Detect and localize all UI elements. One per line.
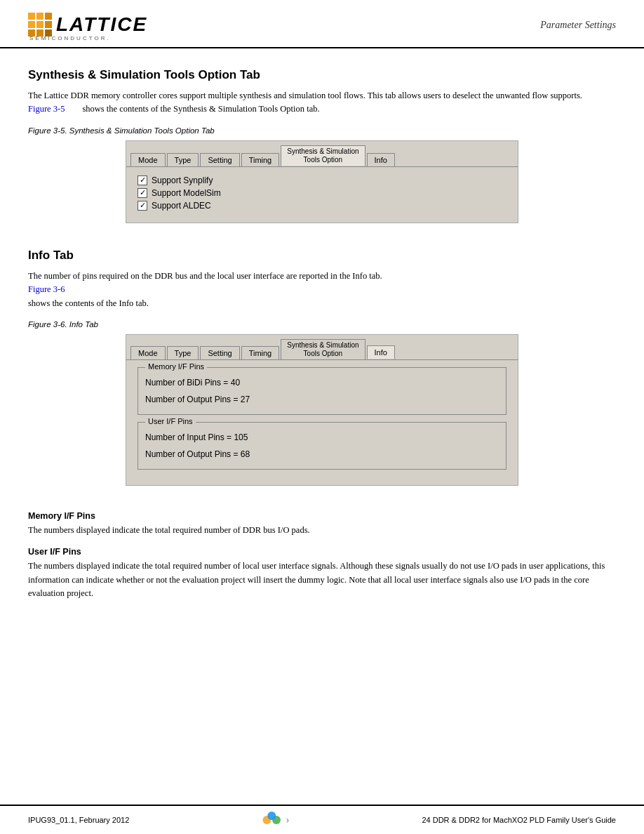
figure-3-6-caption: Figure 3-6. Info Tab bbox=[28, 320, 616, 329]
tab-type-2[interactable]: Type bbox=[167, 346, 199, 359]
page-header: LATTICE SEMICONDUCTOR. Parameter Setting… bbox=[0, 0, 644, 48]
memory-output-pins-text: Number of Output Pins = 27 bbox=[145, 395, 499, 404]
tab-setting-1[interactable]: Setting bbox=[200, 153, 239, 166]
checkbox-aldec-label: Support ALDEC bbox=[152, 201, 211, 211]
logo-container: LATTICE SEMICONDUCTOR. bbox=[28, 13, 147, 41]
figure-3-5: Mode Type Setting Timing Synthesis & Sim… bbox=[28, 140, 616, 237]
user-if-pins-group: User I/F Pins Number of Input Pins = 105… bbox=[137, 422, 507, 470]
figure-3-6-link[interactable]: Figure 3-6 bbox=[28, 284, 65, 294]
figure-3-5-link[interactable]: Figure 3-5 bbox=[28, 104, 65, 114]
checkbox-aldec-box[interactable]: ✓ bbox=[137, 201, 147, 211]
tab-info-1[interactable]: Info bbox=[367, 153, 395, 166]
tab-timing-1[interactable]: Timing bbox=[241, 153, 280, 166]
checkbox-synplify-box[interactable]: ✓ bbox=[137, 176, 147, 185]
section2-body: The number of pins required on the DDR b… bbox=[28, 270, 616, 310]
checkbox-synplify: ✓ Support Synplify bbox=[137, 176, 507, 185]
section1-heading: Synthesis & Simulation Tools Option Tab bbox=[28, 68, 616, 82]
section1-body: The Lattice DDR memory controller cores … bbox=[28, 89, 616, 117]
logo-grid-icon bbox=[28, 13, 52, 37]
section2-heading: Info Tab bbox=[28, 249, 616, 263]
header-title: Parameter Settings bbox=[540, 13, 616, 31]
tab-content-1: ✓ Support Synplify ✓ Support ModelSim ✓ … bbox=[126, 166, 518, 223]
tab-interface-2: Mode Type Setting Timing Synthesis & Sim… bbox=[126, 334, 518, 486]
input-pins-text: Number of Input Pins = 105 bbox=[145, 432, 499, 442]
tab-mode-2[interactable]: Mode bbox=[130, 346, 166, 359]
checkbox-synplify-label: Support Synplify bbox=[152, 176, 213, 185]
user-if-subsection-body: The numbers displayed indicate the total… bbox=[28, 560, 616, 600]
figure-3-5-caption: Figure 3-5. Synthesis & Simulation Tools… bbox=[28, 126, 616, 135]
footer-right: 24 DDR & DDR2 for MachXO2 PLD Family Use… bbox=[422, 816, 616, 824]
checkbox-aldec: ✓ Support ALDEC bbox=[137, 201, 507, 211]
footer-left: IPUG93_01.1, February 2012 bbox=[28, 816, 129, 824]
user-if-pins-label: User I/F Pins bbox=[145, 417, 196, 425]
tab-bar-1: Mode Type Setting Timing Synthesis & Sim… bbox=[126, 141, 518, 166]
tab-synthesis-1[interactable]: Synthesis & SimulationTools Option bbox=[281, 145, 365, 166]
page-content: Synthesis & Simulation Tools Option Tab … bbox=[0, 48, 644, 618]
page-footer: IPUG93_01.1, February 2012 › 24 DDR & DD… bbox=[0, 805, 644, 834]
tab-type-1[interactable]: Type bbox=[167, 153, 199, 166]
logo-subtitle: SEMICONDUCTOR. bbox=[29, 35, 111, 41]
tab-info-2[interactable]: Info bbox=[367, 345, 395, 359]
logo-text: LATTICE bbox=[56, 13, 147, 36]
svg-point-2 bbox=[267, 812, 276, 820]
tab-interface-1: Mode Type Setting Timing Synthesis & Sim… bbox=[126, 140, 518, 223]
footer-logo-icon bbox=[262, 812, 283, 828]
logo-lattice: LATTICE bbox=[28, 13, 147, 37]
tab-mode-1[interactable]: Mode bbox=[130, 153, 166, 166]
user-if-subsection-heading: User I/F Pins bbox=[28, 547, 616, 557]
bidi-pins-text: Number of BiDi Pins = 40 bbox=[145, 378, 499, 388]
tab-setting-2[interactable]: Setting bbox=[200, 346, 239, 359]
checkbox-modelsim-box[interactable]: ✓ bbox=[137, 188, 147, 198]
tab-bar-2: Mode Type Setting Timing Synthesis & Sim… bbox=[126, 335, 518, 359]
tab-timing-2[interactable]: Timing bbox=[241, 346, 280, 359]
footer-chevron-icon: › bbox=[286, 814, 289, 826]
info-tab-content: Memory I/F Pins Number of BiDi Pins = 40… bbox=[126, 359, 518, 485]
memory-if-subsection-heading: Memory I/F Pins bbox=[28, 511, 616, 521]
tab-synthesis-2[interactable]: Synthesis & SimulationTools Option bbox=[281, 339, 365, 359]
memory-if-pins-label: Memory I/F Pins bbox=[145, 362, 207, 371]
checkbox-modelsim: ✓ Support ModelSim bbox=[137, 188, 507, 198]
user-output-pins-text: Number of Output Pins = 68 bbox=[145, 449, 499, 459]
memory-if-pins-group: Memory I/F Pins Number of BiDi Pins = 40… bbox=[137, 367, 507, 415]
footer-logo: › bbox=[262, 812, 289, 828]
checkbox-modelsim-label: Support ModelSim bbox=[152, 188, 221, 198]
figure-3-6: Mode Type Setting Timing Synthesis & Sim… bbox=[28, 334, 616, 500]
memory-if-subsection-body: The numbers displayed indicate the total… bbox=[28, 524, 616, 537]
